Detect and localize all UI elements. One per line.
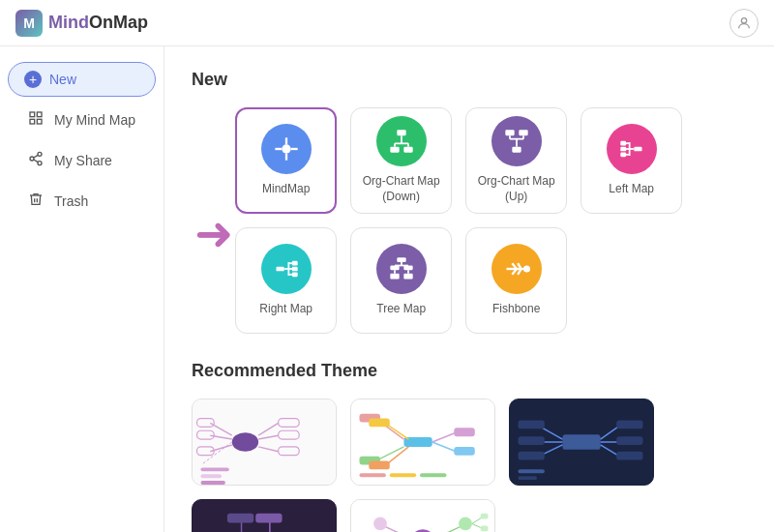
mindmap-label: MindMap: [262, 182, 310, 197]
svg-point-135: [459, 517, 472, 531]
svg-point-10: [282, 145, 290, 154]
svg-point-7: [38, 162, 42, 165]
theme-card-5[interactable]: [350, 499, 495, 532]
svg-rect-104: [518, 452, 544, 460]
svg-rect-17: [403, 147, 412, 153]
theme-card-4[interactable]: [192, 499, 337, 532]
org-chart-down-icon: [376, 116, 427, 166]
sidebar-item-label: My Share: [54, 153, 112, 168]
svg-rect-2: [37, 112, 42, 117]
svg-point-131: [373, 517, 387, 531]
map-card-tree-map[interactable]: Tree Map: [350, 227, 452, 334]
content-area: New ➜: [164, 46, 774, 532]
svg-rect-1: [30, 112, 35, 117]
theme-card-1[interactable]: [192, 399, 337, 486]
my-share-icon: [27, 151, 45, 170]
plus-icon: +: [24, 71, 42, 88]
user-avatar-icon[interactable]: [729, 9, 759, 38]
map-card-org-chart-up[interactable]: Org-Chart Map (Up): [465, 107, 567, 214]
tree-map-icon: [376, 244, 427, 294]
svg-rect-139: [481, 514, 489, 519]
org-chart-up-label: Org-Chart Map (Up): [466, 174, 566, 204]
svg-rect-100: [518, 421, 544, 429]
map-card-left-map[interactable]: Left Map: [580, 107, 682, 214]
arrow-container: ➜: [192, 211, 235, 257]
svg-point-63: [232, 432, 258, 452]
fishbone-icon: [491, 244, 542, 294]
svg-rect-112: [518, 476, 537, 480]
theme-grid: [192, 399, 747, 532]
map-card-mindmap[interactable]: MindMap: [235, 107, 337, 214]
mindmap-icon: [261, 124, 312, 174]
logo: M MindOnMap: [15, 10, 148, 37]
map-card-org-chart-down[interactable]: Org-Chart Map(Down): [350, 107, 452, 214]
svg-rect-108: [616, 436, 642, 445]
org-chart-up-icon: [491, 116, 542, 166]
svg-rect-46: [292, 273, 298, 278]
svg-rect-93: [454, 447, 475, 456]
sidebar-item-label: Trash: [54, 193, 88, 209]
right-map-label: Right Map: [259, 302, 313, 317]
svg-rect-106: [616, 421, 642, 429]
svg-rect-98: [562, 434, 600, 450]
main-layout: + New My Mind Map My Share: [0, 46, 774, 532]
svg-rect-29: [634, 147, 641, 152]
theme-section-title: Recommended Theme: [192, 361, 747, 381]
selection-arrow: ➜: [194, 211, 233, 257]
svg-point-6: [30, 157, 34, 161]
svg-rect-15: [397, 131, 405, 136]
header: M MindOnMap: [0, 0, 774, 46]
theme-card-3[interactable]: [509, 399, 654, 486]
fishbone-label: Fishbone: [492, 302, 540, 317]
svg-rect-62: [194, 399, 336, 485]
svg-rect-77: [200, 474, 222, 478]
svg-rect-76: [200, 467, 228, 471]
svg-rect-110: [616, 452, 642, 460]
left-map-label: Left Map: [609, 182, 654, 197]
org-chart-down-label: Org-Chart Map(Down): [363, 174, 440, 204]
new-label: New: [49, 72, 76, 87]
right-map-icon: [261, 244, 312, 294]
svg-rect-23: [505, 131, 514, 136]
sidebar: + New My Mind Map My Share: [0, 46, 164, 532]
svg-rect-94: [359, 473, 385, 477]
theme-card-2[interactable]: [350, 399, 495, 486]
svg-rect-50: [390, 274, 399, 280]
svg-rect-24: [519, 131, 527, 136]
logo-text: MindOnMap: [48, 13, 148, 33]
sidebar-item-label: My Mind Map: [54, 112, 135, 128]
new-section-title: New: [192, 70, 747, 90]
sidebar-item-my-mind-map[interactable]: My Mind Map: [8, 101, 156, 139]
svg-rect-36: [620, 147, 626, 152]
svg-rect-120: [227, 514, 253, 523]
tree-map-label: Tree Map: [376, 302, 426, 317]
map-type-grid: MindMap O: [235, 107, 747, 334]
svg-rect-37: [620, 153, 626, 158]
svg-rect-141: [481, 525, 489, 531]
svg-rect-85: [369, 419, 390, 428]
svg-rect-91: [454, 428, 475, 436]
sidebar-item-trash[interactable]: Trash: [8, 182, 156, 221]
svg-line-9: [34, 155, 39, 158]
svg-rect-22: [512, 147, 521, 153]
sidebar-item-my-share[interactable]: My Share: [8, 141, 156, 180]
svg-rect-78: [200, 481, 224, 485]
left-map-icon: [607, 124, 657, 174]
svg-point-5: [38, 152, 42, 156]
svg-rect-35: [620, 141, 626, 146]
svg-point-61: [524, 267, 529, 272]
new-button[interactable]: + New: [8, 62, 156, 97]
svg-rect-111: [518, 469, 544, 473]
logo-icon: M: [15, 10, 43, 37]
svg-rect-128: [352, 500, 494, 532]
svg-rect-44: [292, 261, 298, 266]
svg-rect-96: [420, 473, 446, 477]
my-mind-map-icon: [27, 110, 45, 130]
svg-point-0: [741, 17, 746, 22]
map-card-right-map[interactable]: Right Map: [235, 227, 337, 334]
svg-rect-89: [369, 461, 390, 470]
svg-rect-38: [276, 267, 283, 272]
svg-rect-4: [30, 119, 35, 124]
map-card-fishbone[interactable]: Fishbone: [465, 227, 567, 334]
trash-icon: [27, 192, 45, 211]
